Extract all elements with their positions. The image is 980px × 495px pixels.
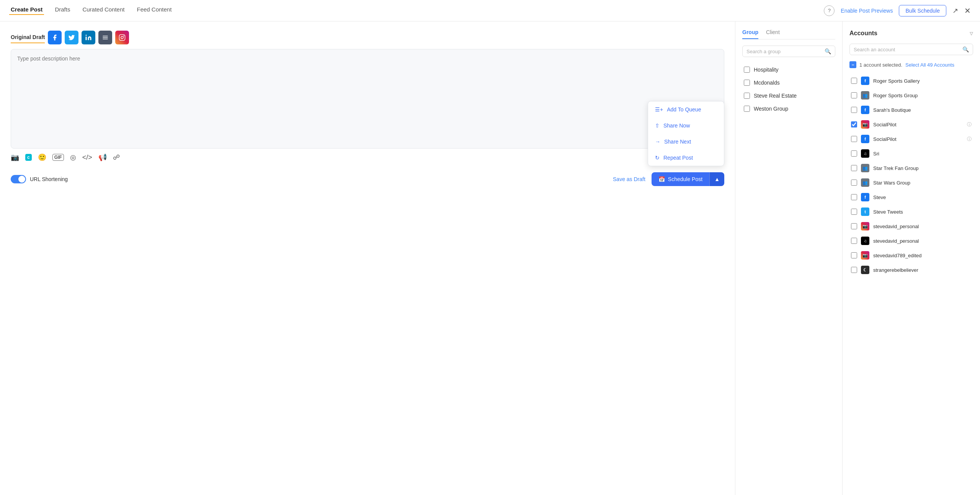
- draft-tabs: Original Draft: [11, 31, 724, 44]
- account-checkbox-stevedavid789-edited[interactable]: [851, 252, 857, 258]
- schedule-dropdown-arrow[interactable]: ▲: [709, 172, 724, 186]
- content-icon[interactable]: c: [25, 154, 32, 161]
- tab-feed-content[interactable]: Feed Content: [135, 6, 173, 15]
- linkedin-tab[interactable]: [82, 31, 95, 44]
- editor-panel: Original Draft 0 📷 c: [0, 21, 735, 495]
- group-search-box[interactable]: 🔍: [742, 46, 835, 57]
- group-checkbox-steve-real-estate[interactable]: [744, 93, 750, 99]
- account-checkbox-roger-sports-group[interactable]: [851, 92, 857, 98]
- account-item-steve[interactable]: f Steve: [849, 190, 973, 204]
- svg-rect-3: [103, 39, 108, 39]
- account-item-roger-sports-group[interactable]: 👥 Roger Sports Group: [849, 88, 973, 103]
- emoji-icon[interactable]: 🙂: [38, 153, 46, 162]
- account-name-star-trek-fan-group: Star Trek Fan Group: [873, 165, 972, 171]
- account-checkbox-sri[interactable]: [851, 150, 857, 157]
- account-item-star-trek-fan-group[interactable]: 👥 Star Trek Fan Group: [849, 161, 973, 175]
- editor-bottom-bar: URL Shortening Save as Draft 📅 Schedule …: [11, 172, 724, 186]
- group-item-mcdonalds[interactable]: Mcdonalds: [742, 76, 835, 89]
- save-draft-button[interactable]: Save as Draft: [613, 176, 645, 182]
- group-checkbox-weston-group[interactable]: [744, 106, 750, 112]
- selected-count-text: 1 account selected.: [859, 62, 902, 68]
- account-item-steve-tweets[interactable]: t Steve Tweets: [849, 204, 973, 219]
- tab-group[interactable]: Group: [742, 29, 758, 39]
- select-all-link[interactable]: Select All 49 Accounts: [905, 62, 954, 68]
- account-checkbox-star-wars-group[interactable]: [851, 180, 857, 186]
- post-text-area[interactable]: [17, 56, 718, 140]
- account-checkbox-stevedavid-personal-tk[interactable]: [851, 238, 857, 244]
- group-item-hospitality[interactable]: Hospitality: [742, 63, 835, 76]
- schedule-post-button[interactable]: 📅 Schedule Post: [652, 172, 709, 186]
- account-item-stevedavid789-edited[interactable]: 📷 stevedavid789_edited: [849, 248, 973, 263]
- target-icon[interactable]: ◎: [70, 153, 76, 162]
- account-icon-star-trek-fan-group: 👥: [861, 164, 869, 172]
- tab-client[interactable]: Client: [766, 29, 780, 39]
- account-item-strangerebelbeliever[interactable]: ☾ strangerebelbeliever: [849, 263, 973, 277]
- group-label-hospitality: Hospitality: [754, 67, 779, 73]
- add-to-queue-item[interactable]: ☰+ Add To Queue: [648, 101, 724, 118]
- share-next-icon: →: [655, 139, 660, 145]
- url-shortening-toggle[interactable]: [11, 175, 26, 183]
- original-draft-tab[interactable]: Original Draft: [11, 32, 45, 43]
- repeat-post-item[interactable]: ↻ Repeat Post: [648, 150, 724, 166]
- facebook-tab[interactable]: [48, 31, 62, 44]
- account-checkbox-strangerebelbeliever[interactable]: [851, 267, 857, 273]
- share-now-item[interactable]: ⇧ Share Now: [648, 118, 724, 134]
- enable-preview-link[interactable]: Enable Post Previews: [841, 8, 893, 14]
- account-checkbox-steve[interactable]: [851, 194, 857, 200]
- account-checkbox-star-trek-fan-group[interactable]: [851, 165, 857, 171]
- account-item-socialpilot-ig[interactable]: 📷 SocialPilot ⓘ: [849, 117, 973, 132]
- account-icon-strangerebelbeliever: ☾: [861, 266, 869, 274]
- account-checkbox-socialpilot-ig[interactable]: [851, 121, 857, 127]
- megaphone-icon[interactable]: 📢: [98, 153, 107, 162]
- post-text-area-wrapper: 0: [11, 49, 724, 149]
- partial-select-checkbox[interactable]: [849, 61, 856, 68]
- group-label-weston-group: Weston Group: [754, 106, 788, 112]
- account-icon-steve-tweets: t: [861, 207, 869, 216]
- account-search-box[interactable]: 🔍: [849, 44, 973, 55]
- tab-create-post[interactable]: Create Post: [9, 6, 44, 15]
- tab-curated-content[interactable]: Curated Content: [81, 6, 126, 15]
- svg-point-6: [123, 36, 124, 36]
- account-item-roger-sports-gallery[interactable]: f Roger Sports Gallery: [849, 74, 973, 88]
- buffer-tab[interactable]: [98, 31, 112, 44]
- template-icon[interactable]: ☍: [113, 153, 120, 162]
- account-checkbox-roger-sports-gallery[interactable]: [851, 78, 857, 84]
- tab-drafts[interactable]: Drafts: [53, 6, 72, 15]
- account-item-sri[interactable]: ♫ Sri: [849, 146, 973, 161]
- accounts-panel-header: Accounts ▿: [849, 29, 973, 38]
- group-item-weston-group[interactable]: Weston Group: [742, 102, 835, 115]
- schedule-dropdown-menu: ☰+ Add To Queue ⇧ Share Now → Share Next…: [648, 101, 724, 166]
- filter-icon[interactable]: ▿: [970, 29, 973, 38]
- account-name-stevedavid-personal-tk: stevedavid_personal: [873, 238, 972, 244]
- export-icon[interactable]: ↗: [952, 7, 958, 15]
- svg-point-0: [86, 35, 87, 36]
- group-checkbox-mcdonalds[interactable]: [744, 80, 750, 86]
- account-checkbox-stevedavid-personal-ig[interactable]: [851, 223, 857, 229]
- account-item-socialpilot-fb[interactable]: f SocialPilot ⓘ: [849, 132, 973, 146]
- account-icon-stevedavid-personal-tk: ♫: [861, 237, 869, 245]
- group-label-mcdonalds: Mcdonalds: [754, 80, 780, 86]
- url-shortening-toggle-wrapper: URL Shortening: [11, 175, 68, 183]
- account-checkbox-sarahs-boutique[interactable]: [851, 107, 857, 113]
- help-button[interactable]: ?: [824, 5, 835, 16]
- bulk-schedule-button[interactable]: Bulk Schedule: [899, 5, 946, 16]
- image-icon[interactable]: 📷: [11, 153, 19, 162]
- group-search-input[interactable]: [746, 49, 822, 54]
- account-icon-stevedavid789-edited: 📷: [861, 251, 869, 260]
- accounts-panel: Accounts ▿ 🔍 1 account selected. Select …: [842, 21, 980, 495]
- instagram-tab[interactable]: [115, 31, 129, 44]
- group-checkbox-hospitality[interactable]: [744, 67, 750, 73]
- account-checkbox-socialpilot-fb[interactable]: [851, 136, 857, 142]
- close-icon[interactable]: ✕: [964, 6, 971, 15]
- twitter-tab[interactable]: [65, 31, 78, 44]
- share-next-item[interactable]: → Share Next: [648, 134, 724, 150]
- account-item-star-wars-group[interactable]: 👥 Star Wars Group: [849, 175, 973, 190]
- account-item-sarahs-boutique[interactable]: f Sarah's Boutique: [849, 103, 973, 117]
- code-icon[interactable]: </>: [82, 154, 92, 162]
- gif-icon[interactable]: GIF: [52, 154, 64, 161]
- account-search-input[interactable]: [854, 47, 959, 52]
- account-checkbox-steve-tweets[interactable]: [851, 209, 857, 215]
- group-item-steve-real-estate[interactable]: Steve Real Estate: [742, 89, 835, 102]
- account-item-stevedavid-personal-tk[interactable]: ♫ stevedavid_personal: [849, 234, 973, 248]
- account-item-stevedavid-personal-ig[interactable]: 📷 stevedavid_personal: [849, 219, 973, 234]
